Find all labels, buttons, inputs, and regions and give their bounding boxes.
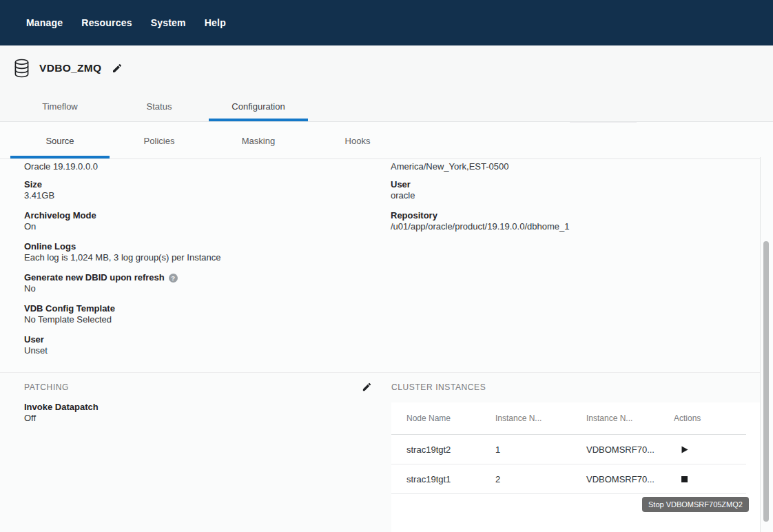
instance-number-cell: 1 [480,444,571,455]
archivelog-mode-field: Archivelog Mode On [24,210,369,232]
field-label: User [24,334,369,345]
pencil-icon [362,382,372,392]
field-value: No [24,283,369,294]
field-value: No Template Selected [24,314,369,325]
page-title: VDBO_ZMQ [39,62,101,74]
lower-sections-band: PATCHING Invoke Datapatch Off CLUSTER IN… [0,372,760,532]
field-label: Generate new DBID upon refresh ? [24,272,369,283]
subtab-hooks[interactable]: Hooks [308,123,407,158]
instance-stop-button[interactable] [659,476,746,482]
patching-section-title: PATCHING [24,382,69,392]
field-label: VDB Config Template [24,303,369,314]
field-value: 3.41GB [24,190,369,201]
field-value: Each log is 1,024 MB, 3 log group(s) per… [24,252,369,263]
field-value: Oracle 19.19.0.0.0 [24,161,369,172]
main-tabs: Timeflow Status Configuration [0,91,773,122]
field-label-text: Generate new DBID upon refresh [24,272,165,283]
table-header-row: Node Name Instance N... Instance N... Ac… [391,402,746,435]
nav-item-system[interactable]: System [151,17,186,28]
field-value: On [24,221,369,232]
database-version-field: Oracle 19.19.0.0.0 [24,161,369,172]
field-label: Archivelog Mode [24,210,369,221]
size-field: Size 3.41GB [24,179,369,201]
subtab-policies[interactable]: Policies [110,123,209,158]
instance-number-cell: 2 [480,474,571,484]
subtab-masking[interactable]: Masking [209,123,308,158]
vdb-config-template-field: VDB Config Template No Template Selected [24,303,369,325]
stop-instance-tooltip: Stop VDBOMSRF705ZMQ2 [642,497,749,512]
instance-start-button[interactable] [659,446,746,453]
instance-name-cell: VDBOMSRF70... [571,444,659,455]
vertical-scrollbar-thumb[interactable] [763,241,769,522]
field-label: User [391,179,749,190]
patching-edit-button[interactable] [360,380,373,393]
tab-status[interactable]: Status [110,91,209,121]
field-value: Unset [24,345,369,356]
pencil-icon [112,63,123,74]
title-group: VDBO_ZMQ [14,45,123,91]
source-details-right-column: America/New_York,EST-0500 User oracle Re… [391,161,749,241]
nav-item-resources[interactable]: Resources [81,17,132,28]
source-config-panel: Oracle 19.19.0.0.0 Size 3.41GB Archivelo… [0,160,760,532]
rename-button[interactable] [112,63,123,74]
source-details-left-column: Oracle 19.19.0.0.0 Size 3.41GB Archivelo… [24,161,369,365]
field-value: /u01/app/oracle/product/19.19.0.0/dbhome… [391,221,749,232]
table-row: strac19tgt1 2 VDBOMSRF70... [391,464,746,494]
field-value: Off [24,413,99,424]
page-header: VDBO_ZMQ [0,45,773,91]
play-icon [681,446,688,453]
field-value: oracle [391,190,749,201]
field-value: America/New_York,EST-0500 [391,161,749,172]
nav-item-help[interactable]: Help [205,17,226,28]
field-label: Invoke Datapatch [24,402,99,413]
vertical-scrollbar-track[interactable] [760,157,773,532]
top-navbar: Manage Resources System Help [0,0,773,45]
online-logs-field: Online Logs Each log is 1,024 MB, 3 log … [24,241,369,263]
invoke-datapatch-field: Invoke Datapatch Off [24,402,99,424]
environment-user-field: User oracle [391,179,749,201]
cluster-instances-table: Node Name Instance N... Instance N... Ac… [391,402,746,494]
user-field: User Unset [24,334,369,356]
database-icon [14,59,30,78]
nav-item-manage[interactable]: Manage [26,17,63,28]
generate-dbid-field: Generate new DBID upon refresh ? No [24,272,369,294]
column-header-actions: Actions [659,413,746,423]
cluster-instances-card: Node Name Instance N... Instance N... Ac… [391,402,760,532]
configuration-subtabs: Source Policies Masking Hooks [0,123,760,159]
timezone-field: America/New_York,EST-0500 [391,161,749,172]
subtab-source[interactable]: Source [10,123,110,158]
table-row: strac19tgt2 1 VDBOMSRF70... [391,435,746,464]
column-header-instance-name: Instance N... [571,413,659,423]
node-name-cell: strac19tgt1 [391,474,480,484]
instance-name-cell: VDBOMSRF70... [571,474,659,484]
column-header-node-name: Node Name [391,413,480,423]
field-label: Size [24,179,369,190]
column-header-instance-number: Instance N... [480,413,571,423]
help-icon[interactable]: ? [169,274,178,283]
field-label: Online Logs [24,241,369,252]
tab-timeflow[interactable]: Timeflow [10,91,110,121]
node-name-cell: strac19tgt2 [391,444,480,455]
field-label: Repository [391,210,749,221]
repository-field: Repository /u01/app/oracle/product/19.19… [391,210,749,232]
cluster-instances-section-title: CLUSTER INSTANCES [391,382,486,392]
stop-icon [681,476,688,482]
tab-configuration[interactable]: Configuration [209,91,308,121]
